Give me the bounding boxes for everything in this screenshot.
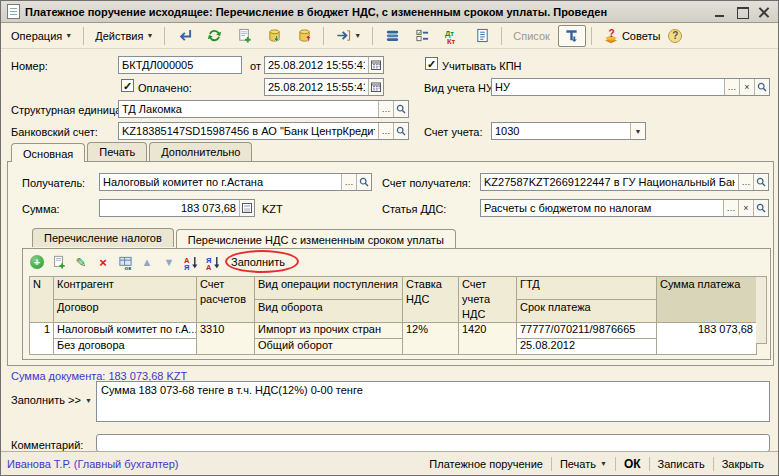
magnifier-icon[interactable]	[754, 79, 769, 95]
col-header-vat-account[interactable]: Счет учета НДС	[459, 277, 517, 323]
cell-vat-account[interactable]: 1420	[459, 323, 517, 355]
recipient-field[interactable]: …	[99, 173, 372, 191]
calendar-icon[interactable]	[368, 57, 383, 73]
magnifier-icon[interactable]	[393, 101, 408, 117]
fill-grid-button[interactable]: Заполнить	[227, 255, 289, 269]
recipient-input[interactable]	[100, 174, 341, 190]
print-menu-button[interactable]: Печать ▼	[552, 456, 615, 472]
move-up-button[interactable]: ▲	[139, 254, 155, 270]
comment-field[interactable]	[96, 434, 770, 452]
select-dots-icon[interactable]: …	[724, 79, 739, 95]
nu-kind-field[interactable]: … ×	[491, 78, 770, 96]
operation-menu-button[interactable]: Операция ▼	[5, 27, 78, 45]
select-dots-icon[interactable]: …	[378, 123, 393, 139]
advice-button[interactable]: ? Советы	[597, 25, 666, 47]
cell-counterparty[interactable]: Налоговый комитет по г.А...	[54, 323, 197, 339]
checklist-button[interactable]	[408, 25, 436, 47]
move-down-button[interactable]: ▼	[161, 254, 177, 270]
save-button[interactable]: Записать	[650, 456, 713, 472]
cell-gtd[interactable]: 77777/070211/9876665	[517, 323, 657, 339]
paid-date-field[interactable]	[264, 78, 384, 96]
amount-input[interactable]	[100, 200, 239, 216]
tab-main[interactable]: Основная	[11, 143, 85, 162]
dt-kt-button[interactable]: ДтКт	[438, 25, 466, 47]
bank-account-field[interactable]: …	[118, 122, 409, 140]
col-header-vat-rate[interactable]: Ставка НДС	[403, 277, 459, 323]
number-field[interactable]	[118, 56, 242, 74]
dds-field[interactable]: … ×	[480, 199, 769, 217]
calendar-icon[interactable]	[368, 79, 383, 95]
select-dots-icon[interactable]: …	[378, 101, 393, 117]
paid-checkbox[interactable]: ✓	[121, 79, 134, 92]
refresh-button[interactable]	[200, 25, 228, 47]
cell-settle-account[interactable]: 3310	[197, 323, 255, 355]
structural-unit-input[interactable]	[119, 101, 378, 117]
clear-icon[interactable]: ×	[738, 200, 753, 216]
kpn-checkbox[interactable]: ✓	[425, 57, 438, 70]
post-document-button[interactable]	[260, 25, 288, 47]
bank-account-input[interactable]	[119, 123, 378, 139]
account-input[interactable]	[492, 123, 630, 139]
payment-order-print-button[interactable]: Платежное поручение	[421, 456, 551, 472]
purpose-text-field[interactable]: Сумма 183 073-68 тенге в т.ч. НДС(12%) 0…	[96, 381, 770, 422]
cell-turnover[interactable]: Общий оборот	[255, 339, 403, 355]
end-edit-button[interactable]: ок	[117, 254, 133, 270]
comment-input[interactable]	[97, 435, 769, 451]
table-row[interactable]: 1 Налоговый комитет по г.А... 3310 Импор…	[30, 323, 757, 339]
maximize-button[interactable]	[736, 6, 748, 18]
clear-icon[interactable]: ×	[739, 79, 754, 95]
col-header-n[interactable]: N	[30, 277, 54, 323]
go-to-button[interactable]: ▼	[329, 25, 367, 47]
structural-unit-field[interactable]: …	[118, 100, 409, 118]
tab-print[interactable]: Печать	[87, 142, 147, 161]
col-header-counterparty[interactable]: Контрагент	[54, 277, 197, 300]
col-header-amount[interactable]: Сумма платежа	[657, 277, 757, 323]
number-input[interactable]	[119, 57, 241, 73]
magnifier-icon[interactable]	[356, 174, 371, 190]
cell-vat-rate[interactable]: 12%	[403, 323, 459, 355]
add-row-button[interactable]: +	[29, 254, 45, 270]
date-input[interactable]	[265, 57, 368, 73]
select-dots-icon[interactable]: …	[723, 200, 738, 216]
tab-vat-transfer[interactable]: Перечисление НДС с измененным сроком упл…	[176, 229, 456, 248]
cell-due-date[interactable]: 25.08.2012	[517, 339, 657, 355]
paid-date-input[interactable]	[265, 79, 368, 95]
close-form-button[interactable]: Закрыть	[714, 456, 772, 472]
select-dots-icon[interactable]: …	[341, 174, 356, 190]
cell-amount[interactable]: 183 073,68	[657, 323, 757, 355]
cell-operation[interactable]: Импорт из прочих стран	[255, 323, 403, 339]
minimize-button[interactable]	[714, 6, 726, 18]
recipient-account-field[interactable]: …	[480, 173, 769, 191]
copy-document-button[interactable]	[230, 25, 258, 47]
table-row[interactable]: Без договора Общий оборот 25.08.2012	[30, 339, 757, 355]
select-dots-icon[interactable]: …	[738, 174, 753, 190]
account-combo[interactable]: ▼	[491, 122, 646, 140]
tab-tax-transfer[interactable]: Перечисление налогов	[32, 228, 174, 247]
sort-asc-button[interactable]: АЯ	[183, 254, 199, 270]
col-header-settle-account[interactable]: Счет расчетов	[197, 277, 255, 323]
magnifier-icon[interactable]	[393, 123, 408, 139]
help-icon[interactable]: ?	[668, 29, 682, 43]
edit-row-button[interactable]: ✎	[73, 254, 89, 270]
unpost-document-button[interactable]	[290, 25, 318, 47]
list-settings-button[interactable]	[378, 25, 406, 47]
date-field[interactable]	[264, 56, 384, 74]
magnifier-icon[interactable]	[753, 200, 768, 216]
dds-input[interactable]	[481, 200, 723, 216]
copy-row-button[interactable]	[51, 254, 67, 270]
col-header-turnover[interactable]: Вид оборота	[255, 300, 403, 323]
calculator-icon[interactable]	[239, 200, 254, 216]
amount-field[interactable]	[99, 199, 255, 217]
combo-arrow-icon[interactable]: ▼	[630, 123, 645, 139]
fill-purpose-button[interactable]: Заполнить >> ▼	[11, 394, 92, 406]
cell-n[interactable]: 1	[30, 323, 54, 355]
structure-toggle-button[interactable]	[558, 25, 586, 47]
col-header-contract[interactable]: Договор	[54, 300, 197, 323]
close-button[interactable]	[758, 6, 770, 18]
col-header-operation[interactable]: Вид операции поступления	[255, 277, 403, 300]
cell-contract[interactable]: Без договора	[54, 339, 197, 355]
payments-table[interactable]: N Контрагент Счет расчетов Вид операции …	[29, 276, 757, 355]
col-header-gtd[interactable]: ГТД	[517, 277, 657, 300]
reread-button[interactable]	[170, 25, 198, 47]
sort-desc-button[interactable]: ЯА	[205, 254, 221, 270]
